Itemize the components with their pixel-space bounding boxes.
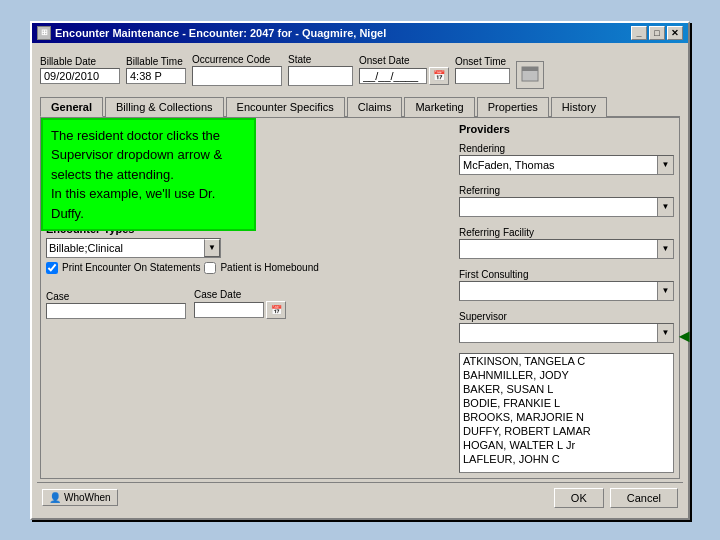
referring-label: Referring bbox=[459, 185, 674, 196]
case-label: Case bbox=[46, 291, 186, 302]
supervisor-dropdown-row: ▼ ◄ bbox=[459, 323, 674, 343]
referring-facility-section: Referring Facility ▼ bbox=[459, 227, 674, 259]
listbox-item-hogan[interactable]: HOGAN, WALTER L Jr bbox=[460, 438, 673, 452]
action-buttons: OK Cancel bbox=[554, 488, 678, 508]
bottom-bar: 👤 WhoWhen OK Cancel bbox=[37, 482, 683, 513]
close-button[interactable]: ✕ bbox=[667, 26, 683, 40]
tab-general[interactable]: General bbox=[40, 97, 103, 117]
supervisor-value bbox=[460, 332, 657, 334]
listbox-item-duffy[interactable]: DUFFY, ROBERT LAMAR bbox=[460, 424, 673, 438]
homebound-checkbox[interactable] bbox=[204, 262, 216, 274]
rendering-dropdown[interactable]: McFaden, Thomas ▼ bbox=[459, 155, 674, 175]
supervisor-section: Supervisor ▼ ◄ bbox=[459, 311, 674, 343]
case-date-field-group: Case Date 📅 bbox=[194, 289, 286, 319]
referring-dropdown-btn[interactable]: ▼ bbox=[657, 198, 673, 216]
listbox-item-lafleur[interactable]: LAFLEUR, JOHN C bbox=[460, 452, 673, 466]
rendering-dropdown-btn[interactable]: ▼ bbox=[657, 156, 673, 174]
annotation-overlay: The resident doctor clicks the Superviso… bbox=[41, 118, 256, 232]
minimize-button[interactable]: _ bbox=[631, 26, 647, 40]
onset-time-input[interactable] bbox=[455, 68, 510, 84]
top-right-icon bbox=[516, 61, 544, 89]
print-encounter-checkbox[interactable] bbox=[46, 262, 58, 274]
supervisor-listbox[interactable]: ATKINSON, TANGELA C BAHNMILLER, JODY BAK… bbox=[459, 353, 674, 473]
title-bar-left: ⊞ Encounter Maintenance - Encounter: 204… bbox=[37, 26, 386, 40]
case-field-group: Case bbox=[46, 291, 186, 319]
case-date-label: Case Date bbox=[194, 289, 286, 300]
first-consulting-section: First Consulting ▼ bbox=[459, 269, 674, 301]
referring-facility-label: Referring Facility bbox=[459, 227, 674, 238]
homebound-label: Patient is Homebound bbox=[220, 262, 318, 273]
encounter-types-field[interactable] bbox=[47, 241, 204, 255]
annotation-text: The resident doctor clicks the Superviso… bbox=[51, 128, 222, 221]
cancel-button[interactable]: Cancel bbox=[610, 488, 678, 508]
supervisor-dropdown-btn[interactable]: ▼ ◄ bbox=[657, 324, 673, 342]
referring-dropdown[interactable]: ▼ bbox=[459, 197, 674, 217]
rendering-label: Rendering bbox=[459, 143, 674, 154]
app-icon: ⊞ bbox=[37, 26, 51, 40]
main-body: The resident doctor clicks the Superviso… bbox=[40, 117, 680, 479]
occ-code-group: Occurrence Code ▼ bbox=[192, 54, 282, 86]
billable-time-label: Billable Time bbox=[126, 56, 186, 67]
whowhen-label: WhoWhen bbox=[64, 492, 111, 503]
case-input[interactable] bbox=[46, 303, 186, 319]
onset-date-input[interactable] bbox=[359, 68, 427, 84]
tab-history[interactable]: History bbox=[551, 97, 607, 117]
title-bar: ⊞ Encounter Maintenance - Encounter: 204… bbox=[32, 23, 688, 43]
case-date-calendar-btn[interactable]: 📅 bbox=[266, 301, 286, 319]
encounter-types-dropdown[interactable]: ▼ bbox=[46, 238, 221, 258]
listbox-item-atkinson[interactable]: ATKINSON, TANGELA C bbox=[460, 354, 673, 368]
top-fields-row: Billable Date Billable Time Occurrence C… bbox=[37, 48, 683, 92]
onset-date-calendar-btn[interactable]: 📅 bbox=[429, 67, 449, 85]
state-label: State bbox=[288, 54, 353, 65]
encounter-types-dropdown-btn[interactable]: ▼ bbox=[204, 239, 220, 257]
ok-button[interactable]: OK bbox=[554, 488, 604, 508]
billable-date-input[interactable] bbox=[40, 68, 120, 84]
whowhen-button[interactable]: 👤 WhoWhen bbox=[42, 489, 118, 506]
encounter-types-dropdown-row: ▼ bbox=[46, 238, 454, 258]
listbox-item-brooks[interactable]: BROOKS, MARJORIE N bbox=[460, 410, 673, 424]
first-consulting-dropdown[interactable]: ▼ bbox=[459, 281, 674, 301]
first-consulting-value bbox=[460, 290, 657, 292]
tab-billing[interactable]: Billing & Collections bbox=[105, 97, 224, 117]
onset-date-label: Onset Date bbox=[359, 55, 449, 66]
supervisor-dropdown[interactable]: ▼ ◄ bbox=[459, 323, 674, 343]
rendering-section: Rendering McFaden, Thomas ▼ bbox=[459, 143, 674, 175]
whowhen-icon: 👤 bbox=[49, 492, 61, 503]
print-encounter-row: Print Encounter On Statements Patient is… bbox=[46, 262, 454, 274]
right-panel: Providers Rendering McFaden, Thomas ▼ Re… bbox=[459, 123, 674, 473]
rendering-value: McFaden, Thomas bbox=[460, 158, 657, 172]
state-dropdown[interactable]: ▼ bbox=[288, 66, 353, 86]
listbox-item-baker[interactable]: BAKER, SUSAN L bbox=[460, 382, 673, 396]
maximize-button[interactable]: □ bbox=[649, 26, 665, 40]
referring-facility-dropdown[interactable]: ▼ bbox=[459, 239, 674, 259]
referring-section: Referring ▼ bbox=[459, 185, 674, 217]
occ-code-dropdown[interactable]: ▼ bbox=[192, 66, 282, 86]
tab-claims[interactable]: Claims bbox=[347, 97, 403, 117]
providers-title: Providers bbox=[459, 123, 674, 135]
listbox-item-bodie[interactable]: BODIE, FRANKIE L bbox=[460, 396, 673, 410]
billable-date-label: Billable Date bbox=[40, 56, 120, 67]
onset-time-label: Onset Time bbox=[455, 56, 510, 67]
first-consulting-dropdown-btn[interactable]: ▼ bbox=[657, 282, 673, 300]
case-date-input[interactable] bbox=[194, 302, 264, 318]
billable-date-group: Billable Date bbox=[40, 56, 120, 84]
onset-time-group: Onset Time bbox=[455, 56, 510, 84]
print-encounter-label: Print Encounter On Statements bbox=[62, 262, 200, 273]
window-content: Billable Date Billable Time Occurrence C… bbox=[32, 43, 688, 518]
onset-date-group: Onset Date 📅 bbox=[359, 55, 449, 85]
listbox-item-bahnmiller[interactable]: BAHNMILLER, JODY bbox=[460, 368, 673, 382]
tab-properties[interactable]: Properties bbox=[477, 97, 549, 117]
state-group: State ▼ bbox=[288, 54, 353, 86]
supervisor-label: Supervisor bbox=[459, 311, 674, 322]
case-row: Case Case Date 📅 bbox=[46, 289, 454, 319]
tab-marketing[interactable]: Marketing bbox=[404, 97, 474, 117]
billable-time-input[interactable] bbox=[126, 68, 186, 84]
tabs-bar: General Billing & Collections Encounter … bbox=[40, 96, 680, 117]
tab-encounter-specifics[interactable]: Encounter Specifics bbox=[226, 97, 345, 117]
title-buttons: _ □ ✕ bbox=[631, 26, 683, 40]
referring-value bbox=[460, 206, 657, 208]
referring-facility-value bbox=[460, 248, 657, 250]
referring-facility-dropdown-btn[interactable]: ▼ bbox=[657, 240, 673, 258]
occ-code-label: Occurrence Code bbox=[192, 54, 282, 65]
svg-rect-1 bbox=[522, 67, 538, 71]
